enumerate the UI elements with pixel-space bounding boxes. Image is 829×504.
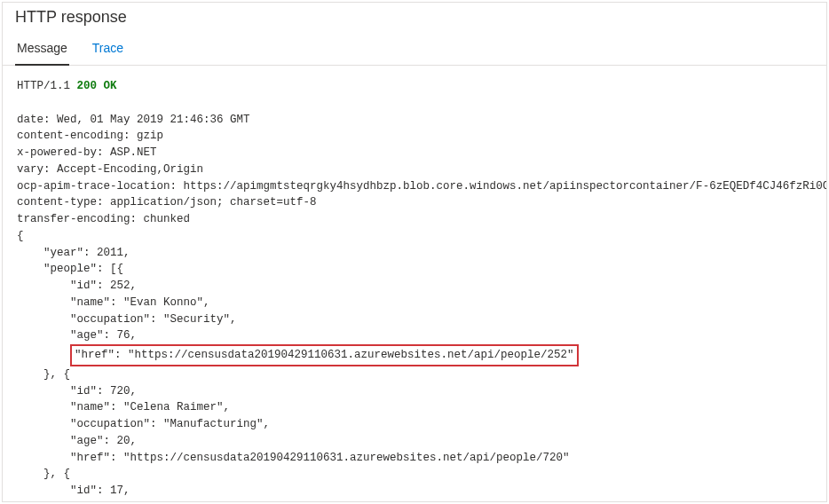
body-p2-name: "name": "Celena Raimer", [17, 401, 230, 413]
body-p1-occupation: "occupation": "Security", [17, 313, 237, 326]
body-p1-name: "name": "Evan Konno", [17, 296, 210, 309]
body-p2-occupation: "occupation": "Manufacturing", [17, 418, 270, 430]
header-content-encoding: content-encoding: gzip [17, 130, 163, 142]
header-x-powered-by: x-powered-by: ASP.NET [17, 146, 157, 159]
http-response-panel: HTTP response Message Trace HTTP/1.1 200… [2, 2, 827, 502]
status-text: OK [104, 80, 117, 92]
body-p1-href: "href": "https://censusdata2019042911063… [75, 349, 574, 361]
status-code: 200 [77, 80, 98, 92]
header-date: date: Wed, 01 May 2019 21:46:36 GMT [17, 114, 250, 126]
response-body[interactable]: HTTP/1.1 200 OK date: Wed, 01 May 2019 2… [3, 66, 826, 495]
body-p1-close: }, { [17, 368, 70, 381]
body-p1-age: "age": 76, [17, 329, 137, 342]
body-p1-id: "id": 252, [17, 280, 137, 292]
header-transfer-encoding: transfer-encoding: chunked [17, 213, 190, 225]
protocol-version: HTTP/1.1 [17, 80, 70, 92]
header-content-type: content-type: application/json; charset=… [17, 196, 317, 209]
header-vary: vary: Accept-Encoding,Origin [17, 163, 203, 176]
body-p2-age: "age": 20, [17, 435, 137, 447]
tabs-container: Message Trace [3, 34, 826, 66]
highlighted-href: "href": "https://censusdata2019042911063… [70, 344, 579, 366]
tab-message[interactable]: Message [15, 34, 69, 66]
body-open-brace: { [17, 230, 24, 242]
panel-title: HTTP response [3, 3, 826, 34]
body-p3-id: "id": 17, [17, 484, 130, 495]
body-year: "year": 2011, [17, 247, 130, 259]
body-p2-close: }, { [17, 468, 70, 480]
body-p2-id: "id": 720, [17, 385, 137, 398]
header-ocp-apim-trace: ocp-apim-trace-location: https://apimgmt… [17, 180, 826, 193]
body-people-open: "people": [{ [17, 263, 123, 275]
body-p2-href: "href": "https://censusdata2019042911063… [17, 452, 570, 464]
tab-trace[interactable]: Trace [91, 34, 125, 66]
